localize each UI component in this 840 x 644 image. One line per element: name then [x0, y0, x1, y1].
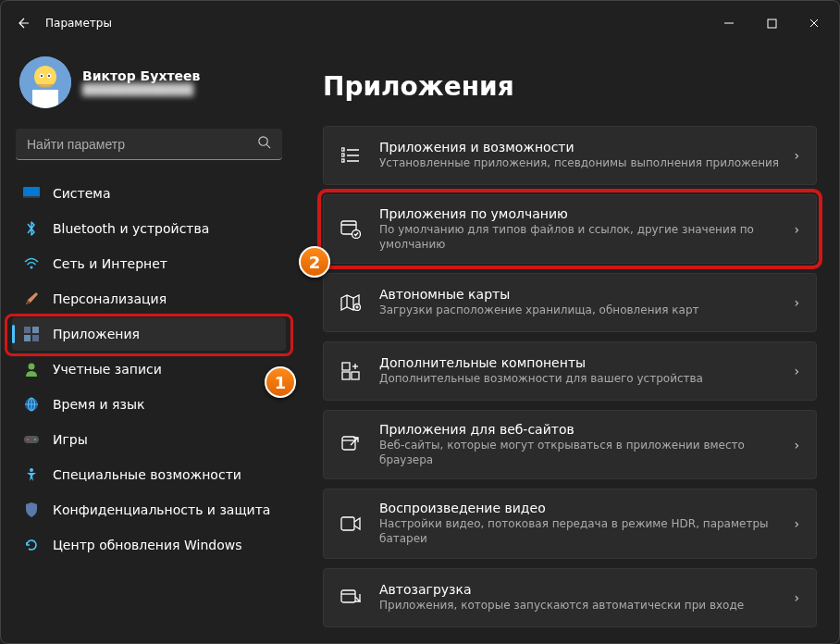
card-startup[interactable]: АвтозагрузкаПриложения, которые запускаю…	[323, 568, 817, 627]
sidebar-item-apps[interactable]: Приложения	[12, 317, 286, 351]
card-subtitle: Приложения, которые запускаются автомати…	[379, 599, 794, 613]
svg-rect-45	[341, 590, 355, 602]
card-title: Автозагрузка	[379, 582, 794, 597]
system-icon	[23, 185, 40, 202]
svg-point-13	[31, 266, 33, 269]
svg-point-18	[29, 364, 35, 370]
nav-label: Конфиденциальность и защита	[53, 502, 270, 517]
svg-rect-8	[32, 90, 58, 108]
svg-rect-44	[341, 517, 354, 530]
nav-label: Bluetooth и устройства	[53, 221, 209, 236]
nav-label: Система	[53, 186, 110, 201]
accessibility-icon	[23, 466, 40, 483]
svg-rect-1	[768, 19, 776, 28]
svg-rect-30	[341, 159, 344, 162]
svg-rect-14	[24, 327, 31, 333]
svg-rect-12	[23, 196, 40, 198]
startup-icon	[339, 586, 363, 610]
minimize-button[interactable]	[708, 8, 750, 38]
nav-label: Персонализация	[53, 291, 167, 306]
svg-rect-38	[342, 372, 350, 379]
back-button[interactable]	[5, 5, 42, 42]
wifi-icon	[23, 255, 40, 272]
person-icon	[23, 361, 40, 378]
card-subtitle: Загрузки расположение хранилища, обновле…	[379, 303, 794, 318]
sidebar-item-network[interactable]: Сеть и Интернет	[12, 247, 286, 280]
card-subtitle: Дополнительные возможности для вашего ус…	[379, 372, 794, 387]
chevron-right-icon: ›	[794, 438, 799, 452]
maximize-button[interactable]	[750, 8, 793, 38]
card-subtitle: По умолчанию для типов файлов и ссылок, …	[379, 223, 794, 252]
profile-block[interactable]: Виктор Бухтеев █████████████	[12, 49, 286, 123]
card-title: Приложения для веб-сайтов	[379, 422, 794, 437]
nav-label: Приложения	[53, 327, 140, 341]
gamepad-icon	[23, 431, 40, 448]
profile-name: Виктор Бухтеев	[82, 68, 200, 83]
card-offline-maps[interactable]: Автономные картыЗагрузки расположение хр…	[323, 273, 817, 332]
map-icon	[339, 291, 363, 315]
card-title: Дополнительные компоненты	[379, 355, 794, 370]
add-feature-icon	[339, 359, 363, 383]
apps-icon	[23, 326, 40, 342]
sidebar-item-personalization[interactable]: Персонализация	[12, 282, 286, 316]
sidebar-item-accounts[interactable]: Учетные записи	[12, 353, 286, 386]
list-icon	[339, 143, 363, 167]
svg-rect-37	[342, 363, 350, 370]
card-list: Приложения и возможностиУстановленные пр…	[323, 126, 817, 627]
search-input[interactable]	[27, 137, 257, 152]
annotation-marker-2: 2	[299, 246, 330, 278]
video-icon	[339, 512, 363, 536]
svg-rect-21	[24, 436, 39, 443]
svg-rect-16	[24, 335, 31, 341]
search-box[interactable]	[16, 129, 282, 160]
svg-line-10	[266, 144, 270, 148]
nav-label: Специальные возможности	[53, 467, 241, 482]
nav-label: Время и язык	[53, 397, 144, 412]
close-button[interactable]	[793, 8, 835, 38]
card-apps-for-websites[interactable]: Приложения для веб-сайтовВеб-сайты, кото…	[323, 410, 817, 479]
chevron-right-icon: ›	[794, 516, 799, 531]
svg-point-7	[48, 75, 50, 77]
card-subtitle: Настройки видео, потоковая передача в ре…	[379, 517, 794, 546]
card-subtitle: Установленные приложения, псевдонимы вып…	[379, 156, 794, 171]
sidebar-item-accessibility[interactable]: Специальные возможности	[12, 458, 286, 491]
card-title: Автономные карты	[379, 287, 794, 302]
settings-window: Параметры Виктор Бухтеев █████████████	[0, 0, 840, 644]
sidebar: Виктор Бухтеев █████████████ Система Blu…	[1, 45, 297, 643]
sidebar-item-gaming[interactable]: Игры	[12, 423, 286, 456]
svg-point-23	[34, 439, 36, 440]
svg-rect-15	[32, 327, 39, 333]
card-optional-features[interactable]: Дополнительные компонентыДополнительные …	[323, 341, 817, 401]
sidebar-item-bluetooth[interactable]: Bluetooth и устройства	[12, 212, 286, 245]
link-app-icon	[339, 433, 363, 457]
globe-icon	[23, 396, 40, 413]
update-icon	[23, 537, 40, 553]
svg-rect-39	[352, 372, 359, 379]
card-apps-features[interactable]: Приложения и возможностиУстановленные пр…	[323, 126, 817, 185]
card-subtitle: Веб-сайты, которые могут открываться в п…	[379, 439, 794, 467]
card-default-apps[interactable]: Приложения по умолчаниюПо умолчанию для …	[323, 194, 817, 264]
svg-point-22	[27, 439, 29, 440]
sidebar-item-privacy[interactable]: Конфиденциальность и защита	[12, 493, 286, 526]
chevron-right-icon: ›	[794, 364, 799, 378]
svg-point-9	[259, 137, 267, 145]
annotation-marker-1: 1	[265, 366, 296, 398]
search-icon	[257, 135, 271, 153]
shield-icon	[23, 502, 40, 518]
chevron-right-icon: ›	[794, 295, 799, 310]
card-title: Приложения и возможности	[379, 140, 794, 155]
sidebar-item-system[interactable]: Система	[12, 177, 286, 210]
svg-rect-17	[32, 335, 39, 341]
svg-point-24	[30, 468, 33, 472]
card-video-playback[interactable]: Воспроизведение видеоНастройки видео, по…	[323, 489, 817, 558]
sidebar-item-update[interactable]: Центр обновления Windows	[12, 528, 286, 562]
chevron-right-icon: ›	[794, 148, 799, 163]
window-title: Параметры	[45, 17, 112, 30]
brush-icon	[23, 291, 40, 307]
main-panel: Приложения Приложения и возможностиУстан…	[297, 45, 839, 643]
card-title: Приложения по умолчанию	[379, 206, 794, 221]
bluetooth-icon	[23, 220, 40, 237]
nav-label: Игры	[53, 432, 88, 447]
sidebar-item-time[interactable]: Время и язык	[12, 388, 286, 421]
nav-list: Система Bluetooth и устройства Сеть и Ин…	[12, 177, 286, 562]
